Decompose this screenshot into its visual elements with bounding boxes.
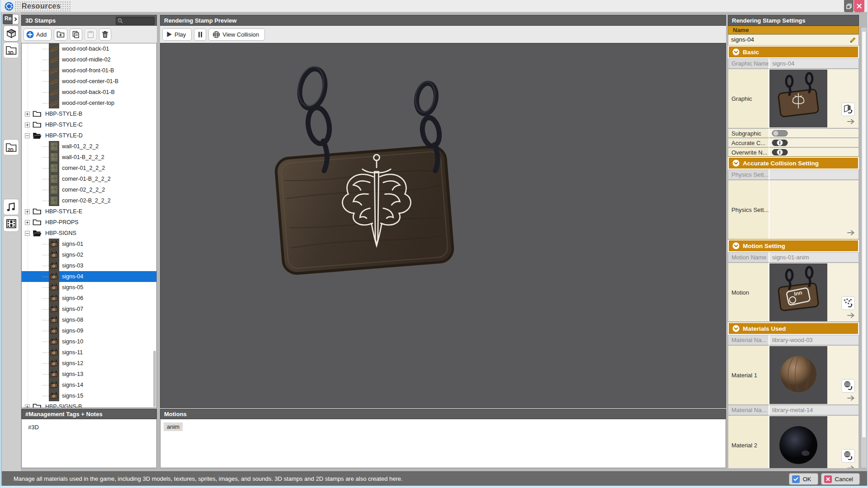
tree-connector-line (42, 255, 49, 255)
ok-button[interactable]: OK (789, 473, 818, 485)
open-detail-arrow[interactable] (847, 312, 855, 320)
sidebar-item-audio[interactable] (3, 199, 19, 215)
new-folder-button[interactable] (54, 28, 67, 41)
add-button[interactable]: Add (24, 28, 52, 41)
tree-folder-hbp-style-b[interactable]: HBP-STYLE-B (22, 108, 156, 119)
setting-thumbnail[interactable] (769, 70, 827, 127)
tree-item-wood-roof-center-01-b[interactable]: wood-roof-center-01-B (22, 76, 156, 87)
open-detail-arrow[interactable] (847, 465, 855, 468)
model-import-icon[interactable] (841, 103, 855, 116)
setting-thumbnail[interactable]: Inn (769, 263, 827, 321)
collapse-toggle-icon[interactable] (25, 133, 30, 138)
tree-connector-line (42, 60, 49, 60)
material-sphere-icon[interactable] (841, 379, 855, 393)
tree-item-signs-04[interactable]: signs-04 (22, 271, 156, 282)
tree-connector-line (42, 201, 49, 201)
stamp-thumbnail (49, 325, 59, 336)
tree-item-signs-15[interactable]: signs-15 (22, 390, 156, 401)
tags-panel-body[interactable]: #3D (21, 419, 157, 468)
search-icon (118, 18, 123, 23)
tree-item-corner-02-2-2-2[interactable]: corner-02_2_2_2 (22, 184, 156, 195)
tree-folder-hbp-props[interactable]: HBP-PROPS (22, 217, 156, 228)
tree-item-wood-roof-center-top[interactable]: wood-roof-center-top (22, 98, 156, 108)
tree-connector-line (42, 298, 49, 299)
tree-item-wood-roof-front-01-b[interactable]: wood-roof-front-01-B (22, 65, 156, 76)
setting-thumbnail[interactable] (769, 346, 827, 404)
setting-value: library-wood-03 (769, 335, 859, 345)
tree-item-signs-11[interactable]: signs-11 (22, 347, 156, 358)
expand-toggle-icon[interactable] (25, 404, 30, 408)
tree-item-signs-09[interactable]: signs-09 (22, 325, 156, 336)
tree-folder-hbp-style-c[interactable]: HBP-STYLE-C (22, 119, 156, 130)
expand-toggle-icon[interactable] (25, 220, 30, 225)
motion-list-item-anim[interactable]: anim (164, 422, 183, 431)
search-input[interactable] (116, 17, 155, 25)
tree-item-signs-07[interactable]: signs-07 (22, 304, 156, 314)
setting-row-motion: MotionInn (728, 263, 859, 322)
tree-item-corner-01-b-2-2-2[interactable]: corner-01-B_2_2_2 (22, 174, 156, 184)
setting-row-material-na-: Material Na...library-metal-14 (728, 405, 859, 415)
open-detail-arrow[interactable] (847, 229, 855, 237)
copy-button[interactable] (70, 28, 82, 41)
tree-item-signs-14[interactable]: signs-14 (22, 380, 156, 390)
preview-panel-header: Rendering Stamp Preview (160, 15, 726, 26)
tree-item-wall-01-2-2-2[interactable]: wall-01_2_2_2 (22, 141, 156, 152)
tree-item-corner-01-2-2-2[interactable]: corner-01_2_2_2 (22, 163, 156, 174)
delete-button[interactable] (99, 28, 111, 41)
restore-window-button[interactable] (844, 0, 854, 12)
tree-item-wood-roof-midle-02[interactable]: wood-roof-midle-02 (22, 54, 156, 65)
setting-row-graphic-name: Graphic Namesigns-04 (728, 58, 859, 69)
play-button[interactable]: Play (162, 28, 192, 41)
tree-item-signs-10[interactable]: signs-10 (22, 336, 156, 347)
tree-item-wood-roof-back-01[interactable]: wood-roof-back-01 (22, 43, 156, 54)
toggle-switch[interactable] (772, 131, 788, 138)
sidebar-item-3d-folder[interactable]: 3D (3, 42, 19, 58)
close-window-button[interactable] (854, 0, 864, 12)
tree-item-signs-02[interactable]: signs-02 (22, 249, 156, 260)
material-sphere-icon[interactable] (841, 449, 855, 463)
toggle-switch[interactable] (772, 140, 788, 148)
expand-toggle-icon[interactable] (25, 122, 30, 127)
tree-item-signs-05[interactable]: signs-05 (22, 282, 156, 293)
tree-item-signs-06[interactable]: signs-06 (22, 293, 156, 304)
settings-scrollbar-thumb[interactable] (862, 31, 866, 438)
tree-item-label: wood-roof-back-01 (62, 46, 109, 52)
tree-item-signs-12[interactable]: signs-12 (22, 358, 156, 369)
cancel-button[interactable]: Cancel (821, 473, 860, 485)
preview-viewport[interactable] (160, 43, 726, 408)
tree-item-signs-13[interactable]: signs-13 (22, 369, 156, 380)
tree-folder-label: HBP-STYLE-B (45, 111, 82, 117)
sidebar-item-3d-stamps[interactable] (3, 25, 19, 42)
tree-folder-hbp-signs-b[interactable]: HBP-SIGNS-B (22, 401, 156, 408)
resources-collapse-button[interactable]: Re (3, 14, 19, 24)
paste-button[interactable] (85, 28, 97, 41)
expand-toggle-icon[interactable] (25, 209, 30, 214)
setting-label: Graphic (728, 69, 769, 128)
tree-item-signs-08[interactable]: signs-08 (22, 314, 156, 325)
open-detail-arrow[interactable] (847, 394, 855, 403)
settings-scrollbar[interactable] (861, 27, 867, 468)
collapse-toggle-icon[interactable] (25, 231, 30, 236)
toggle-switch[interactable] (772, 150, 788, 157)
tree-folder-hbp-signs[interactable]: HBP-SIGNS (22, 228, 156, 239)
tree-item-corner-02-b-2-2-2[interactable]: corner-02-B_2_2_2 (22, 195, 156, 206)
tree-item-wood-roof-back-01-b[interactable]: wood-roof-back-01-B (22, 87, 156, 98)
setting-thumbnail[interactable] (769, 416, 827, 468)
expand-toggle-icon[interactable] (25, 112, 30, 117)
open-detail-arrow[interactable] (847, 118, 855, 126)
edit-pencil-icon[interactable] (849, 37, 856, 45)
sidebar-item-video[interactable] (3, 216, 19, 232)
tree-item-signs-03[interactable]: signs-03 (22, 260, 156, 271)
motion-assign-icon[interactable] (841, 296, 855, 310)
tree-item-label: signs-05 (62, 284, 83, 291)
setting-row-accurate-c-: Accurate C... (728, 138, 859, 147)
stamp-name-input[interactable]: signs-04 (728, 34, 859, 46)
tree-folder-hbp-style-e[interactable]: HBP-STYLE-E (22, 206, 156, 217)
preview-toolbar: Play View Collision (160, 26, 726, 43)
view-collision-button[interactable]: View Collision (208, 28, 265, 41)
pause-button[interactable] (194, 28, 206, 41)
tree-folder-hbp-style-d[interactable]: HBP-STYLE-D (22, 130, 156, 141)
tree-item-signs-01[interactable]: signs-01 (22, 239, 156, 249)
tree-item-wall-01-b-2-2-2[interactable]: wall-01-B_2_2_2 (22, 152, 156, 163)
sidebar-item-2d-folder[interactable]: 2D (3, 139, 19, 155)
